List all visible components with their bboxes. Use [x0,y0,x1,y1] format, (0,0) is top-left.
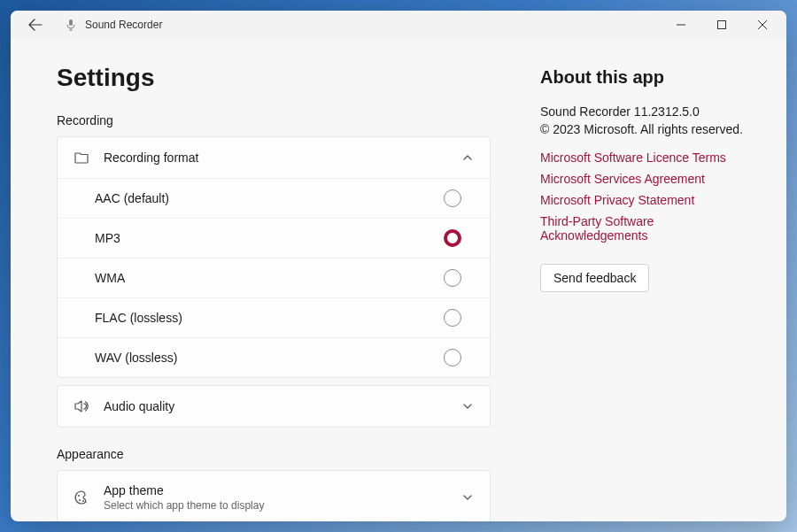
svg-point-3 [79,499,81,501]
close-icon [758,20,767,29]
titlebar: Sound Recorder [11,11,786,39]
page-title: Settings [57,64,491,92]
about-copyright: © 2023 Microsoft. All rights reserved. [540,121,747,139]
radio-indicator [444,309,461,327]
radio-indicator [444,189,461,207]
svg-rect-1 [718,21,726,29]
about-version: Sound Recorder 11.2312.5.0 [540,104,747,121]
svg-rect-0 [69,19,73,26]
section-recording-label: Recording [57,113,491,127]
radio-indicator [444,229,461,247]
section-appearance-label: Appearance [57,447,491,461]
format-option-mp3[interactable]: MP3 [58,219,490,258]
format-label: FLAC (lossless) [95,311,444,325]
recording-format-options: AAC (default) MP3 WMA FLAC (lossless) [58,178,490,377]
format-option-wav[interactable]: WAV (lossless) [58,338,490,377]
about-links: Microsoft Software Licence Terms Microso… [540,150,747,243]
audio-quality-title: Audio quality [104,399,447,413]
about-title: About this app [540,67,747,88]
minimize-icon [677,20,685,29]
back-arrow-icon [28,18,43,32]
main-column: Settings Recording Recording format AAC … [57,64,491,521]
format-label: MP3 [95,231,444,245]
close-button[interactable] [742,11,783,39]
radio-indicator [444,349,461,366]
link-third-party[interactable]: Third-Party Software Acknowledgements [540,214,747,243]
maximize-icon [717,20,726,29]
format-label: WAV (lossless) [95,351,444,365]
link-licence-terms[interactable]: Microsoft Software Licence Terms [540,150,747,165]
palette-icon [74,490,89,505]
chevron-up-icon [461,151,474,164]
app-theme-header[interactable]: App theme Select which app theme to disp… [58,471,490,521]
back-button[interactable] [21,11,50,39]
format-option-aac[interactable]: AAC (default) [58,179,490,219]
audio-quality-expander[interactable]: Audio quality [57,385,491,428]
app-icon [64,18,78,32]
chevron-down-icon [461,491,474,504]
speaker-icon [74,398,89,414]
link-services-agreement[interactable]: Microsoft Services Agreement [540,172,747,186]
audio-quality-header[interactable]: Audio quality [58,386,490,427]
maximize-button[interactable] [701,11,742,39]
app-window: Sound Recorder Settings Recording [11,11,786,521]
chevron-down-icon [461,400,474,412]
svg-point-2 [78,495,80,497]
link-privacy-statement[interactable]: Microsoft Privacy Statement [540,193,747,207]
radio-indicator [444,269,461,287]
format-label: WMA [95,271,444,285]
format-label: AAC (default) [95,191,444,205]
app-theme-subtitle: Select which app theme to display [104,499,447,512]
about-column: About this app Sound Recorder 11.2312.5.… [540,64,747,521]
recording-format-expander: Recording format AAC (default) MP3 [57,136,491,378]
recording-format-header[interactable]: Recording format [58,137,490,178]
minimize-button[interactable] [661,11,701,39]
format-option-wma[interactable]: WMA [58,258,490,298]
window-controls [661,11,783,39]
app-title: Sound Recorder [85,19,162,31]
microphone-icon [65,19,77,31]
format-option-flac[interactable]: FLAC (lossless) [58,298,490,338]
folder-icon [74,150,89,166]
recording-format-title: Recording format [104,150,447,165]
svg-point-4 [82,500,84,502]
content-area: Settings Recording Recording format AAC … [11,39,786,521]
app-theme-title: App theme [104,483,447,497]
send-feedback-button[interactable]: Send feedback [540,264,649,292]
app-theme-expander[interactable]: App theme Select which app theme to disp… [57,470,491,521]
